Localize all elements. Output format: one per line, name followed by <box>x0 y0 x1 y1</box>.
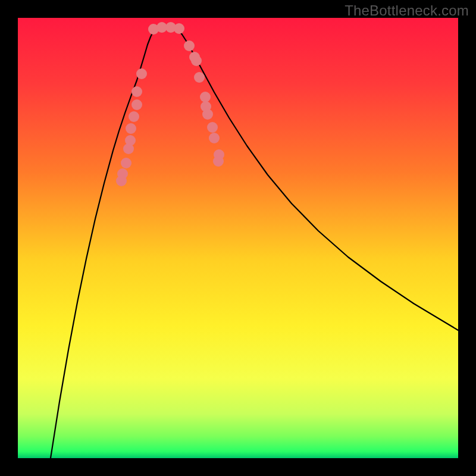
data-marker <box>174 23 184 34</box>
data-marker <box>209 133 220 143</box>
data-marker <box>207 122 218 133</box>
data-marker <box>200 92 211 102</box>
chart-plot-area <box>18 18 458 458</box>
data-marker <box>202 109 213 120</box>
data-marker <box>121 158 131 168</box>
watermark-text: TheBottleneck.com <box>345 2 469 19</box>
data-marker <box>191 55 202 66</box>
chart-svg <box>18 18 458 458</box>
data-marker <box>194 72 205 83</box>
data-marker <box>184 40 195 51</box>
data-marker <box>129 111 139 122</box>
data-marker <box>126 123 136 134</box>
chart-frame: TheBottleneck.com <box>0 0 476 476</box>
data-marker <box>131 99 142 110</box>
data-marker <box>136 68 147 79</box>
data-marker <box>125 135 136 146</box>
data-marker <box>213 156 224 167</box>
data-marker <box>131 86 142 97</box>
data-marker <box>117 168 128 179</box>
chart-background <box>18 18 458 458</box>
